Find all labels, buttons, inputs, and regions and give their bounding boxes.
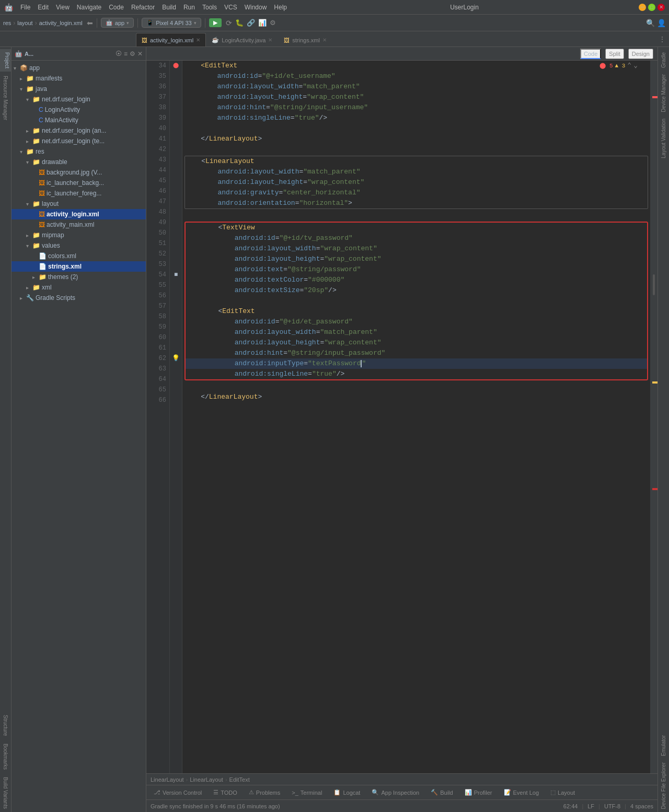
- tab-close-2[interactable]: ✕: [268, 37, 272, 43]
- tab-options-icon[interactable]: ⋮: [659, 35, 666, 43]
- tree-item-package-an[interactable]: ▸ 📁 net.drf.user_login (an...: [11, 125, 146, 136]
- toolbar-debug[interactable]: 🐛: [235, 19, 244, 27]
- tab-activity-login-xml[interactable]: 🖼 activity_login.xml ✕: [136, 33, 206, 47]
- gutter-62[interactable]: 💡: [171, 353, 180, 364]
- menu-run[interactable]: Run: [180, 3, 198, 12]
- tree-item-manifests[interactable]: ▸ 📁 manifests: [11, 73, 146, 84]
- sidebar-locate-icon[interactable]: ⦿: [116, 50, 122, 57]
- tree-item-ic-launcher-fore[interactable]: 🖼 ic_launcher_foreg...: [11, 188, 146, 199]
- toolbar-search[interactable]: 🔍: [646, 19, 655, 27]
- tree-item-main-activity[interactable]: C MainActivity: [11, 115, 146, 125]
- tree-item-drawable[interactable]: ▾ 📁 drawable: [11, 157, 146, 167]
- menu-bar[interactable]: File Edit View Navigate Code Refactor Bu…: [17, 3, 290, 12]
- bottom-tab-app-inspection[interactable]: 🔍 App Inspection: [366, 786, 424, 799]
- tree-item-gradle[interactable]: ▸ 🔧 Gradle Scripts: [11, 293, 146, 303]
- menu-edit[interactable]: Edit: [34, 3, 52, 12]
- bottom-tab-layout[interactable]: ⬚ Layout: [545, 786, 580, 799]
- tree-item-ic-launcher-back[interactable]: 🖼 ic_launcher_backg...: [11, 178, 146, 188]
- expand-errors[interactable]: ⌃: [627, 61, 631, 71]
- device-selector[interactable]: 📱 Pixel 4 API 33 ▾: [142, 18, 201, 28]
- bottom-tab-logcat[interactable]: 📋 Logcat: [328, 786, 365, 799]
- tree-item-background[interactable]: 🖼 background.jpg (V...: [11, 167, 146, 178]
- bottom-tab-todo[interactable]: ☰ TODO: [208, 786, 243, 799]
- code-content[interactable]: <EditText ⬤ 5 ▲ 3 ⌃ ⌄ android:id="@+id/e…: [182, 61, 650, 773]
- sidebar-close-icon[interactable]: ✕: [137, 50, 143, 57]
- menu-view[interactable]: View: [53, 3, 73, 12]
- emulator-btn[interactable]: Emulator: [660, 732, 667, 759]
- menu-window[interactable]: Window: [241, 3, 270, 12]
- bottom-tab-problems[interactable]: ⚠ Problems: [244, 786, 285, 799]
- tree-item-values[interactable]: ▾ 📁 values: [11, 240, 146, 251]
- tree-item-package[interactable]: ▾ 📁 net.drf.user_login: [11, 94, 146, 105]
- toolbar-coverage[interactable]: 📊: [258, 19, 267, 27]
- bottom-tab-terminal[interactable]: >_ Terminal: [286, 786, 327, 799]
- sidebar-collapse-icon[interactable]: ≡: [124, 50, 128, 57]
- tree-item-mipmap[interactable]: ▸ 📁 mipmap: [11, 230, 146, 240]
- structure-btn[interactable]: Structure: [2, 712, 9, 739]
- code-view-btn[interactable]: Code: [580, 49, 601, 59]
- toolbar-nav-back[interactable]: ⬅: [87, 19, 93, 27]
- indent-info[interactable]: 4 spaces: [630, 803, 653, 809]
- menu-help[interactable]: Help: [271, 3, 290, 12]
- breadcrumb-file[interactable]: activity_login.xml: [39, 20, 83, 26]
- collapse-errors[interactable]: ⌄: [633, 61, 638, 71]
- code-editor[interactable]: 34 35 36 37 38 39 40 41 42 43 44 45 46 4…: [146, 61, 658, 773]
- tree-item-package-te[interactable]: ▸ 📁 net.drf.user_login (te...: [11, 136, 146, 146]
- menu-vcs[interactable]: VCS: [221, 3, 240, 12]
- gradle-panel-btn[interactable]: Gradle: [660, 49, 667, 71]
- tree-item-strings[interactable]: 📄 strings.xml: [11, 261, 146, 272]
- project-tool-btn[interactable]: Project: [0, 49, 11, 72]
- sidebar-gear-icon[interactable]: ⚙: [130, 50, 135, 57]
- app-selector[interactable]: 🤖 app ▾: [101, 18, 134, 28]
- bottom-tab-build[interactable]: 🔨 Build: [425, 786, 458, 799]
- close-button[interactable]: ✕: [658, 4, 665, 11]
- scroll-thumb[interactable]: [653, 274, 655, 295]
- encoding[interactable]: UTF-8: [604, 803, 620, 809]
- toolbar-user[interactable]: 👤: [657, 19, 666, 27]
- toolbar-refresh[interactable]: ⟳: [226, 19, 232, 27]
- layout-validation-btn[interactable]: Layout Validation: [660, 115, 667, 161]
- breadcrumb-linearlayout-1[interactable]: LinearLayout: [151, 776, 184, 783]
- breadcrumb-res[interactable]: res: [3, 20, 11, 26]
- bottom-tab-event-log[interactable]: 📝 Event Log: [499, 786, 545, 799]
- tab-close-1[interactable]: ✕: [196, 37, 200, 43]
- tree-item-colors[interactable]: 📄 colors.xml: [11, 251, 146, 261]
- toolbar-attach[interactable]: 🔗: [247, 19, 255, 27]
- bottom-tab-version-control[interactable]: ⎇ Version Control: [148, 786, 207, 799]
- menu-build[interactable]: Build: [159, 3, 179, 12]
- menu-file[interactable]: File: [17, 3, 33, 12]
- breadcrumb-edittext[interactable]: EditText: [229, 776, 250, 783]
- resource-manager-btn[interactable]: Resource Manager: [2, 73, 9, 123]
- sidebar-actions[interactable]: ⦿ ≡ ⚙ ✕: [116, 50, 143, 57]
- right-scrollbar[interactable]: [650, 61, 658, 773]
- tree-item-layout[interactable]: ▾ 📁 layout: [11, 199, 146, 209]
- tree-item-activity-main[interactable]: 🖼 activity_main.xml: [11, 219, 146, 230]
- maximize-button[interactable]: □: [648, 4, 655, 11]
- tree-item-themes[interactable]: ▸ 📁 themes (2): [11, 272, 146, 282]
- tree-item-xml[interactable]: ▸ 📁 xml: [11, 282, 146, 293]
- breadcrumb-layout[interactable]: layout: [17, 20, 32, 26]
- minimize-button[interactable]: ─: [639, 4, 646, 11]
- run-button[interactable]: ▶: [209, 18, 222, 27]
- design-view-btn[interactable]: Design: [628, 49, 653, 59]
- menu-tools[interactable]: Tools: [199, 3, 220, 12]
- toolbar-settings[interactable]: ⚙: [270, 19, 276, 27]
- cursor-position[interactable]: 62:44: [563, 803, 578, 809]
- tab-login-activity-java[interactable]: ☕ LoginActivity.java ✕: [206, 33, 278, 47]
- device-file-explorer-btn[interactable]: Device File Explorer: [660, 759, 667, 812]
- tree-item-activity-login[interactable]: 🖼 activity_login.xml: [11, 209, 146, 219]
- tree-item-app[interactable]: ▾ 📦 app: [11, 63, 146, 73]
- window-controls[interactable]: ─ □ ✕: [639, 4, 665, 11]
- tab-close-3[interactable]: ✕: [322, 37, 327, 43]
- bottom-tab-profiler[interactable]: 📊 Profiler: [459, 786, 498, 799]
- tree-item-res[interactable]: ▾ 📁 res: [11, 146, 146, 157]
- split-view-btn[interactable]: Split: [605, 49, 624, 59]
- breadcrumb-linearlayout-2[interactable]: LinearLayout: [190, 776, 223, 783]
- line-ending[interactable]: LF: [587, 803, 594, 809]
- tree-item-login-activity[interactable]: C LoginActivity: [11, 105, 146, 115]
- tab-strings-xml[interactable]: 🖼 strings.xml ✕: [278, 33, 332, 47]
- build-variants-btn[interactable]: Build Variants: [2, 774, 9, 812]
- menu-navigate[interactable]: Navigate: [74, 3, 105, 12]
- device-manager-btn[interactable]: Device Manager: [660, 71, 667, 115]
- menu-code[interactable]: Code: [106, 3, 127, 12]
